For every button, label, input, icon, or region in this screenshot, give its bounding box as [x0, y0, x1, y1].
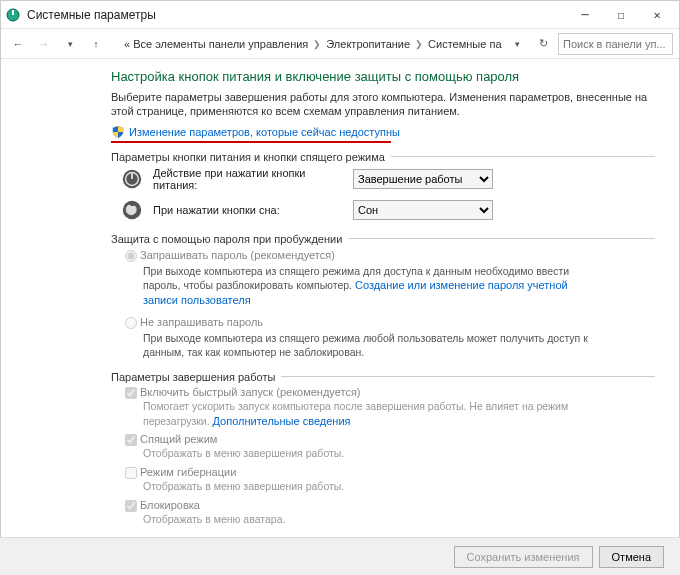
- lock-checkbox: [125, 500, 137, 512]
- chevron-right-icon: ❯: [311, 39, 323, 49]
- dropdown-button[interactable]: ▾: [506, 33, 528, 55]
- minimize-button[interactable]: ─: [567, 3, 603, 27]
- shield-icon: [111, 125, 125, 139]
- maximize-button[interactable]: ☐: [603, 3, 639, 27]
- breadcrumb-item[interactable]: Все элементы панели управления: [133, 38, 308, 50]
- navigation-bar: ← → ▾ ↑ « Все элементы панели управления…: [1, 29, 679, 59]
- breadcrumb-item[interactable]: Системные параметры: [428, 38, 502, 50]
- svg-rect-1: [12, 10, 14, 15]
- no-password-radio: [125, 317, 137, 329]
- sleep-label: Спящий режим: [140, 433, 217, 445]
- hibernate-checkbox: [125, 467, 137, 479]
- page-intro: Выберите параметры завершения работы для…: [111, 90, 655, 119]
- save-button: Сохранить изменения: [454, 546, 593, 568]
- hibernate-label: Режим гибернации: [140, 466, 236, 478]
- no-password-label: Не запрашивать пароль: [140, 316, 263, 328]
- content-area: Настройка кнопок питания и включение защ…: [1, 59, 679, 527]
- hibernate-desc: Отображать в меню завершения работы.: [125, 480, 595, 494]
- power-options-icon: [5, 7, 21, 23]
- section-title: Защита с помощью пароля при пробуждении: [111, 233, 342, 245]
- titlebar: Системные параметры ─ ☐ ✕: [1, 1, 679, 29]
- fast-startup-more-link[interactable]: Дополнительные сведения: [213, 415, 351, 427]
- breadcrumb-item[interactable]: Электропитание: [326, 38, 410, 50]
- power-button-action-select[interactable]: Завершение работы: [353, 169, 493, 189]
- highlight-underline: [111, 141, 391, 143]
- require-password-label: Запрашивать пароль (рекомендуется): [140, 249, 335, 261]
- power-button-icon: [121, 168, 143, 190]
- sleep-desc: Отображать в меню завершения работы.: [125, 447, 595, 461]
- up-button[interactable]: ↑: [85, 33, 107, 55]
- no-password-desc: При выходе компьютера из спящего режима …: [125, 331, 595, 359]
- recent-locations-button[interactable]: ▾: [59, 33, 81, 55]
- sleep-button-action-label: При нажатии кнопки сна:: [153, 204, 343, 216]
- power-button-action-label: Действие при нажатии кнопки питания:: [153, 167, 343, 191]
- sleep-button-icon: [121, 199, 143, 221]
- close-button[interactable]: ✕: [639, 3, 675, 27]
- sleep-checkbox: [125, 434, 137, 446]
- svg-rect-6: [131, 172, 133, 178]
- fast-startup-checkbox: [125, 387, 137, 399]
- search-input[interactable]: [558, 33, 673, 55]
- fast-startup-desc: Помогает ускорить запуск компьютера посл…: [143, 400, 568, 427]
- bottom-bar: Сохранить изменения Отмена: [0, 537, 680, 575]
- sleep-button-action-select[interactable]: Сон: [353, 200, 493, 220]
- require-password-radio: [125, 250, 137, 262]
- breadcrumb-prefix: «: [124, 38, 130, 50]
- refresh-button[interactable]: ↻: [532, 33, 554, 55]
- lock-desc: Отображать в меню аватара.: [125, 513, 595, 527]
- lock-label: Блокировка: [140, 499, 200, 511]
- section-title: Параметры завершения работы: [111, 371, 275, 383]
- window-title: Системные параметры: [27, 8, 567, 22]
- fast-startup-label: Включить быстрый запуск (рекомендуется): [140, 386, 361, 398]
- chevron-right-icon: ❯: [413, 39, 425, 49]
- breadcrumb[interactable]: « Все элементы панели управления ❯ Элект…: [121, 37, 502, 51]
- section-title: Параметры кнопки питания и кнопки спящег…: [111, 151, 385, 163]
- page-title: Настройка кнопок питания и включение защ…: [111, 69, 655, 84]
- forward-button[interactable]: →: [33, 33, 55, 55]
- back-button[interactable]: ←: [7, 33, 29, 55]
- change-unavailable-settings-link[interactable]: Изменение параметров, которые сейчас нед…: [129, 126, 400, 138]
- cancel-button[interactable]: Отмена: [599, 546, 664, 568]
